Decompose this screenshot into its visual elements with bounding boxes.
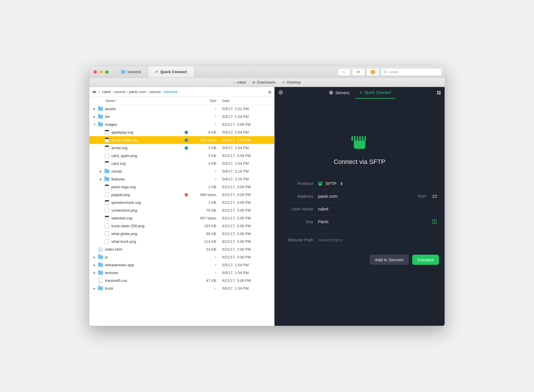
- key-icon: ⚿: [432, 219, 437, 225]
- color-tag: [185, 193, 188, 197]
- file-row[interactable]: index.html33 KB6/21/17, 3:08 PM: [89, 245, 274, 253]
- breadcrumb-segment[interactable]: source: [114, 90, 126, 94]
- svg-icon: [104, 200, 110, 205]
- file-date: 5/8/17, 3:16 PM: [222, 177, 274, 181]
- file-name: releasenotes-app: [105, 263, 185, 267]
- zoom-window-button[interactable]: [105, 70, 108, 74]
- file-list[interactable]: ▶assets•5/5/17, 2:51 PM▶bin•5/5/17, 1:54…: [89, 105, 274, 326]
- disclosure-triangle-icon[interactable]: ▶: [99, 170, 103, 173]
- folder-icon: [104, 169, 110, 174]
- info-button[interactable]: i: [367, 68, 379, 76]
- app-window: transmit ⚡︎ Quick Connect ↑↓ i Local ⌂c: [89, 66, 445, 326]
- file-row[interactable]: what-truck.png114 KB6/21/17, 3:08 PM: [89, 238, 274, 245]
- file-row[interactable]: ▶textures•5/5/17, 1:54 PM: [89, 269, 274, 277]
- color-tag: [185, 131, 188, 134]
- disclosure-triangle-icon[interactable]: ▶: [92, 256, 97, 259]
- file-name: questionmark.svg: [111, 200, 185, 205]
- file-name: screenshot.png: [111, 208, 185, 212]
- breadcrumb-segment[interactable]: panic.com: [129, 90, 146, 94]
- bolt-icon: ⚡︎: [155, 69, 158, 75]
- svg-rect-2: [93, 91, 96, 93]
- sync-button[interactable]: ↑↓: [338, 68, 350, 76]
- minimize-window-button[interactable]: [99, 70, 103, 74]
- file-row[interactable]: arrow.svg3 KB5/5/17, 1:54 PM: [89, 144, 274, 152]
- globe-icon[interactable]: 🌐︎: [279, 90, 283, 95]
- file-row[interactable]: ▶truck•5/5/17, 1:54 PM: [89, 284, 274, 292]
- file-row[interactable]: arrow-white.svg928 bytes6/21/17, 3:08 PM: [89, 136, 274, 144]
- file-row[interactable]: ▼images•6/21/17, 3:08 PM: [89, 121, 274, 128]
- favorite-downloads[interactable]: ⊕Downloads: [252, 80, 275, 84]
- tab-transmit[interactable]: transmit: [114, 66, 148, 77]
- tab-quick-connect[interactable]: ⚡︎ Quick Connect: [148, 66, 194, 77]
- connect-form: Protocol SFTP ▲▼ Address panic.com Port …: [275, 177, 445, 246]
- port-field[interactable]: 22: [432, 194, 437, 199]
- file-row[interactable]: questionmark.svg1 KB6/21/17, 3:08 PM: [89, 199, 274, 206]
- desktop-icon: ▭: [282, 80, 286, 84]
- file-size: 47 KB: [190, 278, 222, 283]
- tab-quick-connect-remote[interactable]: ⚡︎Quick Connect: [355, 87, 395, 99]
- file-row[interactable]: applepay.svg8 KB5/5/17, 1:54 PM: [89, 128, 274, 136]
- remote-path-row: Remote Path /www/project: [280, 233, 439, 246]
- activity-button[interactable]: [352, 68, 365, 76]
- view-toggle-icon[interactable]: ▦: [268, 90, 271, 94]
- file-row[interactable]: ▶js•6/21/17, 3:08 PM: [89, 253, 274, 261]
- remote-pane: 🌐︎ 🌐︎Servers ⚡︎Quick Connect Connect via…: [275, 87, 445, 326]
- column-name[interactable]: Name^: [106, 99, 187, 103]
- file-date: 6/21/17, 3:08 PM: [222, 200, 274, 205]
- close-window-button[interactable]: [93, 70, 97, 74]
- file-size: •: [190, 114, 222, 119]
- disclosure-triangle-icon[interactable]: ▼: [92, 123, 97, 126]
- search-input[interactable]: Local: [381, 68, 442, 76]
- add-to-servers-button[interactable]: Add to Servers: [370, 255, 409, 265]
- file-row[interactable]: ▶clouds•5/8/17, 3:16 PM: [89, 167, 274, 175]
- grid-view-icon[interactable]: [437, 91, 441, 95]
- column-size[interactable]: Size: [187, 99, 222, 103]
- connect-button[interactable]: Connect: [412, 255, 439, 265]
- chevron-right-icon: ›: [111, 90, 114, 94]
- favorite-desktop[interactable]: ▭Desktop: [282, 80, 301, 84]
- file-row[interactable]: truck-static-256.png193 KB6/21/17, 3:08 …: [89, 222, 274, 230]
- chevron-down-icon[interactable]: ﹀: [178, 90, 182, 94]
- disclosure-triangle-icon[interactable]: ▶: [92, 287, 97, 290]
- file-row[interactable]: what-globe.png68 KB6/21/17, 3:08 PM: [89, 230, 274, 238]
- file-row[interactable]: card.svg3 KB5/5/17, 1:54 PM: [89, 160, 274, 167]
- svg-icon: [104, 130, 110, 135]
- file-row[interactable]: panic-logo.svg2 KB6/21/17, 3:08 PM: [89, 183, 274, 191]
- file-row[interactable]: ▶bin•5/5/17, 1:54 PM: [89, 113, 274, 121]
- file-row[interactable]: screenshot.png78 KB6/21/17, 3:08 PM: [89, 206, 274, 214]
- disclosure-triangle-icon[interactable]: ▶: [92, 263, 97, 267]
- username-field[interactable]: cabel: [318, 206, 439, 211]
- column-date[interactable]: Date: [222, 99, 274, 103]
- file-row[interactable]: csstransmit5.css47 KB6/21/17, 3:08 PM: [89, 277, 274, 284]
- file-row[interactable]: selected.svg957 bytes6/21/17, 3:08 PM: [89, 214, 274, 222]
- breadcrumb-segment[interactable]: source: [149, 90, 161, 94]
- file-row[interactable]: paypal.png896 bytes6/21/17, 3:08 PM: [89, 191, 274, 199]
- breadcrumb-segment[interactable]: transmit: [164, 90, 177, 94]
- protocol-select[interactable]: SFTP ▲▼: [318, 181, 439, 186]
- tab-servers[interactable]: 🌐︎Servers: [325, 87, 353, 99]
- color-tag: [185, 162, 188, 165]
- html-icon: [97, 247, 103, 252]
- file-name: panic-logo.svg: [111, 185, 185, 189]
- disclosure-triangle-icon[interactable]: ▶: [92, 271, 97, 274]
- file-name: applepay.svg: [111, 130, 185, 134]
- file-row[interactable]: ▶releasenotes-app•5/5/17, 1:54 PM: [89, 261, 274, 269]
- favorite-cabel[interactable]: ⌂cabel: [233, 80, 246, 84]
- address-field[interactable]: panic.com Port 22: [318, 194, 439, 199]
- file-row[interactable]: ▶features•5/8/17, 3:16 PM: [89, 175, 274, 183]
- connect-panel: Connect via SFTP Protocol SFTP ▲▼ Addres…: [275, 99, 445, 326]
- breadcrumb-segment[interactable]: cabel: [102, 90, 111, 94]
- file-date: 5/5/17, 1:54 PM: [222, 263, 274, 267]
- folder-icon: [97, 122, 103, 127]
- remote-path-field[interactable]: /www/project: [318, 237, 439, 242]
- disclosure-triangle-icon[interactable]: ▶: [92, 115, 97, 118]
- color-tag: [185, 256, 188, 259]
- file-row[interactable]: card_types.png3 KB6/21/17, 3:08 PM: [89, 152, 274, 160]
- key-field[interactable]: Panic⚿: [318, 219, 439, 225]
- sort-asc-icon: ^: [116, 100, 117, 103]
- disclosure-triangle-icon[interactable]: ▶: [99, 177, 103, 181]
- color-tag: [185, 177, 188, 181]
- disclosure-triangle-icon[interactable]: ▶: [92, 107, 97, 110]
- file-row[interactable]: ▶assets•5/5/17, 2:51 PM: [89, 105, 274, 113]
- file-size: 2 KB: [190, 185, 222, 189]
